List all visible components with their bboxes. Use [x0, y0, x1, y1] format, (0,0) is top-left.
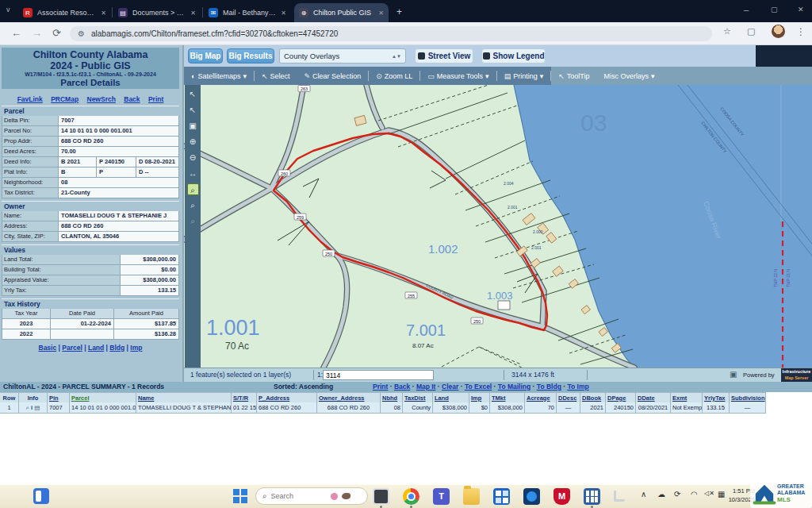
clear-selection-tool[interactable]: ✎ Clear Selection: [297, 67, 369, 85]
zoom-box-tool-icon[interactable]: ▣: [187, 120, 199, 132]
tab-list-chevron-icon[interactable]: v: [6, 6, 10, 13]
previous-extent-tool-icon[interactable]: ⌕: [187, 215, 199, 227]
extensions-icon[interactable]: ▢: [747, 26, 755, 37]
exmt-col[interactable]: Exmt: [671, 392, 703, 403]
zoom-in-tool-icon[interactable]: ⊕: [187, 136, 199, 148]
subdivision-col[interactable]: Subdivision: [730, 392, 766, 403]
map-canvas[interactable]: COOSA COUNTY CHILTON COUNTY TWP 22 N TWP…: [184, 85, 812, 368]
ddate-col[interactable]: DDate: [636, 392, 671, 403]
show-legend-button[interactable]: Show Legend: [481, 48, 546, 64]
pointer-tool-icon[interactable]: ↖: [187, 88, 199, 100]
magnifier-icon[interactable]: ⌕: [26, 404, 29, 411]
zoom-ll-tool[interactable]: ⊙ Zoom LL: [369, 67, 419, 85]
tab-chilton-public-gis[interactable]: ⊕ Chilton Public GIS ✕: [294, 3, 389, 22]
pan-tool-icon[interactable]: ↔: [187, 167, 199, 179]
forward-icon[interactable]: →: [32, 27, 42, 39]
street-view-button[interactable]: Street View: [415, 48, 473, 64]
close-tab-icon[interactable]: ✕: [190, 10, 196, 17]
owner-address-col[interactable]: Owner_Address: [317, 392, 381, 403]
window-maximize-button[interactable]: ▢: [771, 6, 778, 13]
active-search-tool-icon[interactable]: ⌕: [187, 183, 199, 195]
tmkt-col[interactable]: TMkt: [490, 392, 525, 403]
to-mailing-action[interactable]: To Mailing: [498, 383, 530, 391]
window-close-button[interactable]: ✕: [798, 6, 804, 13]
site-settings-icon[interactable]: ⚙: [78, 29, 85, 38]
tab-documents[interactable]: ▤ Documents > Co rd 260 > Doc ✕: [113, 3, 201, 22]
parcel-link[interactable]: Parcel: [62, 344, 82, 352]
teams-icon[interactable]: T: [433, 488, 450, 505]
browser-menu-icon[interactable]: ⋮: [796, 26, 806, 37]
dbook-col[interactable]: DBook: [580, 392, 606, 403]
outlook-app-icon[interactable]: [523, 488, 540, 505]
str-col[interactable]: S/T/R: [232, 392, 257, 403]
close-tab-icon[interactable]: ✕: [378, 10, 384, 17]
print-link[interactable]: Print: [148, 95, 163, 103]
sketch-icon[interactable]: ▤: [34, 404, 40, 411]
county-overlays-select[interactable]: County Overlays ▲▼: [279, 48, 406, 64]
to-imp-action[interactable]: To Imp: [567, 383, 588, 391]
close-tab-icon[interactable]: ✕: [101, 10, 106, 17]
tray-chevron-icon[interactable]: ∧: [641, 490, 646, 498]
basic-link[interactable]: Basic: [39, 344, 57, 352]
gis-map-viewport[interactable]: COOSA COUNTY CHILTON COUNTY TWP 22 N TWP…: [184, 85, 812, 368]
newsrch-link[interactable]: NewSrch: [87, 95, 116, 103]
select-tool[interactable]: ↖ Select: [255, 67, 297, 85]
land-col[interactable]: Land: [433, 392, 469, 403]
wifi-icon[interactable]: ◠: [691, 490, 698, 498]
parcel-col[interactable]: Parcel: [70, 392, 136, 403]
parcel-result-row[interactable]: 1 ⌕ i ▤ 7007 14 10 01 01 0 000 001.001 T…: [0, 402, 769, 414]
printing-menu[interactable]: ▤ Printing ▾: [497, 67, 551, 85]
satellitemaps-menu[interactable]: ◐ Satellitemaps ▾: [184, 67, 254, 85]
microsoft365-icon[interactable]: [493, 488, 510, 505]
dpage-col[interactable]: DPage: [606, 392, 636, 403]
clear-action[interactable]: Clear: [442, 383, 458, 391]
imp-link[interactable]: Imp: [130, 344, 142, 352]
measure-tools-menu[interactable]: ▭ Measure Tools ▾: [420, 67, 496, 85]
yrlytax-col[interactable]: YrlyTax: [703, 392, 730, 403]
ddesc-col[interactable]: DDesc: [557, 392, 580, 403]
back-link[interactable]: Back: [124, 95, 140, 103]
profile-avatar[interactable]: [772, 25, 785, 38]
tab-associate-resources[interactable]: R Associate Resources ✕: [18, 3, 111, 22]
land-link[interactable]: Land: [88, 344, 104, 352]
prcmap-link[interactable]: PRCMap: [51, 95, 79, 103]
back-action[interactable]: Back: [394, 383, 410, 391]
onedrive-cloud-icon[interactable]: ☁: [657, 490, 665, 498]
scale-input[interactable]: [323, 370, 434, 380]
search-tool-icon[interactable]: ⌕: [187, 199, 199, 211]
chair-app-icon[interactable]: [614, 491, 625, 502]
pin-col[interactable]: Pin: [48, 392, 70, 403]
reload-icon[interactable]: ⟳: [52, 27, 61, 39]
close-tab-icon[interactable]: ✕: [281, 10, 286, 17]
bookmark-star-icon[interactable]: ☆: [723, 26, 731, 37]
nbhd-col[interactable]: Nbhd: [381, 392, 403, 403]
tab-mail-outlook[interactable]: ✉ Mail - Bethany Mitchell - Outlo ✕: [204, 3, 291, 22]
search-input[interactable]: [271, 492, 327, 500]
zoom-out-tool-icon[interactable]: ⊖: [187, 152, 199, 164]
select-spinner-icon[interactable]: ▲▼: [392, 54, 401, 59]
taskbar-app-window[interactable]: [373, 488, 389, 505]
print-action[interactable]: Print: [373, 383, 388, 391]
taxdist-col[interactable]: TaxDist: [403, 392, 433, 403]
address-bar[interactable]: ⚙ alabamagis.com/Chilton/frameset.cfm?cf…: [70, 26, 712, 41]
widgets-icon[interactable]: [33, 488, 49, 504]
back-icon[interactable]: ←: [11, 27, 21, 39]
acreage-col[interactable]: Acreage: [525, 392, 557, 403]
favlink-link[interactable]: FavLink: [17, 95, 43, 103]
big-results-button[interactable]: Big Results: [227, 48, 274, 64]
tooltip-toggle[interactable]: ↖ ToolTip: [551, 67, 596, 85]
volume-muted-icon[interactable]: ◁✕: [704, 490, 714, 497]
file-explorer-icon[interactable]: [463, 488, 480, 505]
big-map-button[interactable]: Big Map: [188, 48, 223, 64]
imp-col[interactable]: Imp: [469, 392, 490, 403]
to-excel-action[interactable]: To Excel: [465, 383, 492, 391]
misc-overlays-menu[interactable]: Misc Overlays ▾: [596, 67, 812, 85]
mcafee-icon[interactable]: M: [553, 488, 570, 505]
to-bldg-action[interactable]: To Bldg: [537, 383, 561, 391]
info-icon[interactable]: i: [31, 404, 33, 411]
sync-icon[interactable]: ⟳: [674, 490, 680, 498]
calculator-icon[interactable]: [584, 488, 600, 505]
start-button[interactable]: [233, 489, 247, 503]
bldg-link[interactable]: Bldg: [109, 344, 124, 352]
new-tab-button[interactable]: +: [396, 6, 402, 17]
